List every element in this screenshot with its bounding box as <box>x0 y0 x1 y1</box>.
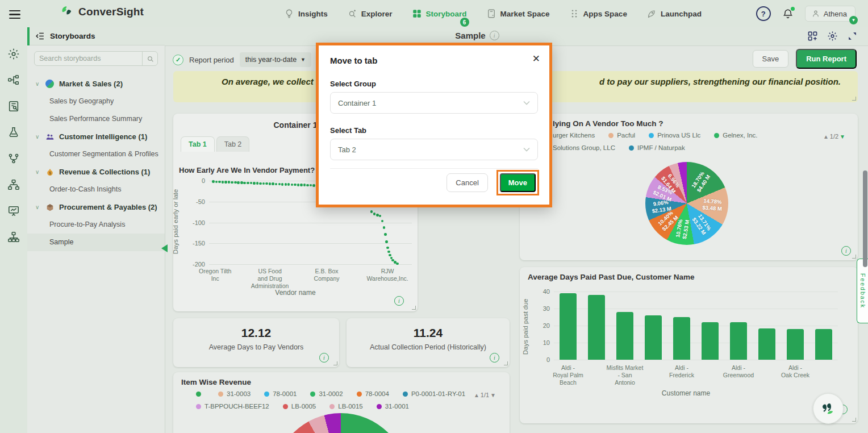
assistant-chat-bubble[interactable] <box>813 393 844 424</box>
tab-tab-1[interactable]: Tab 1 <box>181 136 215 152</box>
search-input[interactable] <box>35 55 142 63</box>
storyboards-panel-header: Storyboards <box>27 27 165 45</box>
bar-3[interactable] <box>645 315 662 360</box>
data-point <box>247 182 249 185</box>
bar-4[interactable] <box>673 317 690 360</box>
expand-icon[interactable] <box>847 31 858 41</box>
group-select[interactable]: Container 1 <box>330 92 538 114</box>
move-button[interactable]: Move <box>500 173 536 192</box>
tree-group-revenue-collections-1[interactable]: ∨$Revenue & Collections (1) <box>27 163 165 181</box>
info-icon[interactable]: i <box>394 296 404 306</box>
branch-icon[interactable] <box>7 152 20 165</box>
bar-1[interactable] <box>588 295 605 360</box>
document-search-icon[interactable] <box>7 100 20 113</box>
tree-item-order-to-cash-insights[interactable]: Order-to-Cash Insights <box>27 181 165 198</box>
feedback-tab[interactable]: Feedback <box>857 259 868 323</box>
legend-item-gelnex-inc[interactable]: Gelnex, Inc. <box>714 132 757 139</box>
page-up-icon[interactable]: ▲ <box>474 392 479 398</box>
bar-0[interactable] <box>560 293 577 360</box>
resize-corner[interactable] <box>852 418 856 422</box>
legend-item-ipmf-naturpak[interactable]: IPMF / Naturpak <box>629 144 685 151</box>
nav-item-apps-space[interactable]: Apps Space <box>569 9 627 19</box>
settings-gear-icon[interactable] <box>827 31 838 41</box>
collapse-list-icon[interactable] <box>35 31 45 41</box>
menu-icon[interactable] <box>9 8 20 18</box>
conversight-logo[interactable]: ConverSight <box>59 5 144 19</box>
sitemap-icon[interactable] <box>7 178 20 191</box>
page-up-icon[interactable]: ▲ <box>823 134 829 140</box>
info-icon[interactable]: i <box>841 246 851 256</box>
tree-item-sales-performance-summary[interactable]: Sales Performance Summary <box>27 110 165 128</box>
legend-item-urger-kitchens[interactable]: urger Kitchens <box>553 132 595 139</box>
bar-8[interactable] <box>787 329 804 360</box>
flask-icon[interactable] <box>7 126 20 139</box>
nav-item-insights[interactable]: Insights <box>284 9 328 19</box>
tree-group-market-sales-2[interactable]: ∨Market & Sales (2) <box>27 75 165 93</box>
item-pie-chart[interactable] <box>274 413 408 433</box>
tree-item-customer-segmentation-profiles[interactable]: Customer Segmentation & Profiles <box>27 145 165 163</box>
legend-pagination[interactable]: ▲ 1/1 ▼ <box>474 392 496 398</box>
legend-item-31-0002[interactable]: 31-0002 <box>310 390 343 397</box>
legend-item-p0-0001-01-ry-01[interactable]: P0-0001-01-RY-01 <box>403 390 465 397</box>
x-tick-label: US Food and Drug Administration <box>251 268 289 290</box>
nav-item-launchpad[interactable]: Launchpad <box>646 9 702 19</box>
bar-plot[interactable]: 403020100Aldi - Royal Palm BeachMisfits … <box>554 292 838 360</box>
legend-item-lb-0015[interactable]: LB-0015 <box>329 403 362 410</box>
tree-item-sample[interactable]: Sample <box>27 234 165 251</box>
org-chart-icon[interactable] <box>7 231 20 243</box>
tab-select[interactable]: Tab 2 <box>330 139 538 160</box>
tree-item-procure-to-pay-analysis[interactable]: Procure-to-Pay Analysis <box>27 216 165 234</box>
panel-collapse-arrow-icon[interactable] <box>161 244 168 252</box>
resize-corner[interactable] <box>412 306 416 310</box>
bar-9[interactable] <box>815 329 832 360</box>
legend-item-solutions-group-llc[interactable]: Solutions Group, LLC <box>553 144 615 151</box>
legend-item-78-0004[interactable]: 78-0004 <box>357 390 389 397</box>
nav-item-market-space[interactable]: Market Space <box>486 9 550 19</box>
info-icon[interactable]: i <box>490 353 499 363</box>
tab-tab-2[interactable]: Tab 2 <box>216 136 250 152</box>
title-info-icon[interactable]: i <box>490 31 499 40</box>
search-icon[interactable] <box>142 52 157 65</box>
tree-item-sales-by-geography[interactable]: Sales by Geography <box>27 93 165 110</box>
legend-item-prinova-us-llc[interactable]: Prinova US Llc <box>649 132 700 139</box>
presentation-icon[interactable] <box>7 205 20 217</box>
legend-item-lb-0005[interactable]: LB-0005 <box>283 403 316 410</box>
legend-item-unlabeled[interactable] <box>196 392 205 397</box>
page-down-icon[interactable]: ▼ <box>840 134 845 140</box>
legend-item-31-0003[interactable]: 31-0003 <box>218 390 251 397</box>
user-menu[interactable]: Athena ▼ <box>805 6 856 22</box>
nav-item-storyboard[interactable]: Storyboard6 <box>412 9 467 19</box>
check-circle-icon[interactable]: ✓ <box>173 55 183 65</box>
page-down-icon[interactable]: ▼ <box>490 392 496 398</box>
bar-6[interactable] <box>730 322 747 360</box>
resize-corner[interactable] <box>333 361 337 365</box>
bar-7[interactable] <box>758 328 775 360</box>
nav-item-explorer[interactable]: Explorer <box>347 9 393 19</box>
legend-item-78-0001[interactable]: 78-0001 <box>264 390 297 397</box>
help-icon[interactable]: ? <box>756 6 771 21</box>
resize-corner[interactable] <box>504 361 508 365</box>
settings-icon[interactable] <box>7 48 20 60</box>
resize-corner[interactable] <box>852 255 856 259</box>
gridline <box>209 243 412 244</box>
info-icon[interactable]: i <box>319 353 329 363</box>
legend-item-pacful[interactable]: Pacful <box>608 132 635 139</box>
vertical-scrollbar[interactable] <box>863 170 867 267</box>
legend-pagination[interactable]: ▲ 1/2 ▼ <box>823 133 845 140</box>
tree-group-customer-intelligence-1[interactable]: ∨Customer Intelligence (1) <box>27 128 165 145</box>
legend-item-t-bppouch-beef12[interactable]: T-BPPOUCH-BEEF12 <box>196 403 269 410</box>
save-button[interactable]: Save <box>753 50 789 68</box>
report-period-select[interactable]: this year-to-date ▼ <box>240 52 311 67</box>
cancel-button[interactable]: Cancel <box>446 173 487 192</box>
bar-2[interactable] <box>616 312 633 360</box>
bar-5[interactable] <box>702 322 719 360</box>
add-widget-icon[interactable] <box>807 31 818 41</box>
hierarchy-icon[interactable] <box>7 74 20 86</box>
notifications-bell-icon[interactable] <box>782 8 794 19</box>
close-icon[interactable]: ✕ <box>532 53 540 65</box>
resize-corner[interactable] <box>852 97 856 101</box>
run-report-button[interactable]: Run Report <box>796 49 857 69</box>
legend-item-31-0001[interactable]: 31-0001 <box>377 403 409 410</box>
tree-group-procurement-payables-2[interactable]: ∨Procurement & Payables (2) <box>27 198 165 216</box>
vendor-reliance-card: lying On A Vendor Too Much ? urger Kitch… <box>520 114 858 260</box>
